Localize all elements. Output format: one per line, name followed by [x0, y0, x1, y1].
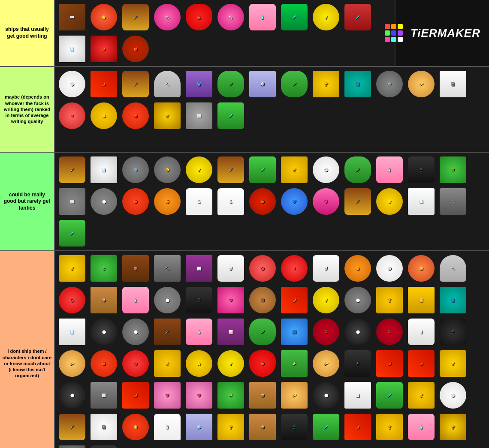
list-item[interactable]: 🧪 — [374, 380, 405, 411]
list-item[interactable]: 😐 — [152, 154, 183, 185]
list-item[interactable]: 🧴 — [406, 412, 437, 442]
list-item[interactable]: ⬜ — [57, 443, 88, 448]
list-item[interactable]: 🐻 — [247, 285, 278, 316]
list-item[interactable]: 📄 — [57, 33, 88, 64]
list-item[interactable]: 💡 — [311, 285, 341, 316]
list-item[interactable]: 🏆 — [57, 253, 88, 284]
list-item[interactable]: 🔧 — [438, 186, 468, 217]
list-item[interactable]: 🧊 — [184, 412, 214, 442]
list-item[interactable]: ⚾ — [438, 380, 468, 411]
list-item[interactable]: 📄 — [88, 154, 119, 185]
list-item[interactable]: 🍒 — [374, 316, 405, 347]
list-item[interactable]: 🚽 — [215, 253, 246, 284]
list-item[interactable]: ⬤ — [342, 285, 373, 316]
list-item[interactable]: 🌶️ — [88, 69, 119, 99]
list-item[interactable]: 📦 — [88, 285, 119, 316]
list-item[interactable]: 🏆 — [374, 285, 405, 316]
list-item[interactable]: 🍅 — [120, 100, 151, 131]
list-item[interactable]: 🧪 — [342, 2, 373, 33]
list-item[interactable]: 🔨 — [152, 253, 183, 284]
list-item[interactable]: 🍎 — [247, 186, 278, 217]
list-item[interactable]: ⭐ — [374, 186, 405, 217]
list-item[interactable]: 📓 — [88, 412, 119, 442]
list-item[interactable]: 🌮 — [279, 380, 310, 411]
list-item[interactable]: 🍎 — [88, 348, 119, 379]
list-item[interactable]: 🥒 — [215, 69, 246, 99]
list-item[interactable]: 🍀 — [438, 154, 468, 185]
list-item[interactable]: 🏆 — [311, 69, 341, 99]
list-item[interactable]: 🧪 — [57, 218, 88, 249]
list-item[interactable]: 📒 — [406, 285, 437, 316]
list-item[interactable]: 🥒 — [279, 69, 310, 99]
list-item[interactable]: 🌶️ — [279, 285, 310, 316]
list-item[interactable]: 🌶️ — [374, 348, 405, 379]
list-item[interactable]: 📱 — [184, 285, 214, 316]
list-item[interactable]: 💗 — [184, 380, 214, 411]
list-item[interactable]: 🖌️ — [57, 154, 88, 185]
list-item[interactable]: 🏆 — [438, 348, 468, 379]
list-item[interactable]: 🧊 — [247, 69, 278, 99]
list-item[interactable]: 📄 — [406, 186, 437, 217]
list-item[interactable]: 🥄 — [152, 69, 183, 99]
list-item[interactable]: 📖 — [57, 2, 88, 33]
list-item[interactable]: 📦 — [247, 380, 278, 411]
list-item[interactable]: 🍃 — [88, 253, 119, 284]
list-item[interactable]: 💡 — [184, 154, 214, 185]
list-item[interactable]: ⭕ — [247, 253, 278, 284]
list-item[interactable]: 💡 — [311, 2, 341, 33]
list-item[interactable]: 🧂 — [152, 412, 183, 442]
list-item[interactable]: 🥒 — [342, 154, 373, 185]
list-item[interactable]: 🍎 — [184, 2, 214, 33]
list-item[interactable]: 📄 — [57, 316, 88, 347]
list-item[interactable]: 🌮 — [406, 69, 437, 99]
list-item[interactable]: 😊 — [406, 253, 437, 284]
list-item[interactable]: 🧴 — [247, 2, 278, 33]
list-item[interactable]: 🟠 — [342, 253, 373, 284]
list-item[interactable]: 🪣 — [184, 69, 214, 99]
list-item[interactable]: 📘 — [342, 69, 373, 99]
list-item[interactable]: 🖌️ — [57, 412, 88, 442]
list-item[interactable]: 🥒 — [247, 316, 278, 347]
list-item[interactable]: ⬤ — [342, 316, 373, 347]
list-item[interactable]: 🎈 — [57, 100, 88, 131]
list-item[interactable]: 🖌️ — [120, 2, 151, 33]
list-item[interactable]: 🏆 — [438, 412, 468, 442]
list-item[interactable]: 🌮 — [311, 348, 341, 379]
list-item[interactable]: 🧂 — [184, 186, 214, 217]
list-item[interactable]: 🧪 — [279, 2, 310, 33]
list-item[interactable]: 🍒 — [311, 316, 341, 347]
list-item[interactable]: ⚾ — [57, 69, 88, 99]
list-item[interactable]: 🌶️ — [120, 380, 151, 411]
list-item[interactable]: 🪙 — [88, 100, 119, 131]
list-item[interactable]: 💗 — [152, 380, 183, 411]
list-item[interactable]: 🍬 — [215, 2, 246, 33]
list-item[interactable]: 📱 — [88, 443, 119, 448]
list-item[interactable]: 🍬 — [152, 2, 183, 33]
list-item[interactable]: 🧴 — [184, 316, 214, 347]
list-item[interactable]: 📦 — [247, 412, 278, 442]
list-item[interactable]: ⬤ — [88, 186, 119, 217]
list-item[interactable]: 🟦 — [279, 316, 310, 347]
list-item[interactable]: 📱 — [279, 412, 310, 442]
list-item[interactable]: 🧪 — [215, 100, 246, 131]
list-item[interactable]: 🧴 — [374, 154, 405, 185]
list-item[interactable]: ⭕ — [57, 285, 88, 316]
list-item[interactable]: 🍀 — [215, 380, 246, 411]
list-item[interactable]: 🏆 — [406, 380, 437, 411]
list-item[interactable]: 📱 — [406, 154, 437, 185]
list-item[interactable]: ⬤ — [57, 380, 88, 411]
list-item[interactable]: ⬜ — [57, 186, 88, 217]
list-item[interactable]: 😊 — [88, 2, 119, 33]
list-item[interactable]: ⬤ — [120, 316, 151, 347]
list-item[interactable]: 🖌️ — [342, 186, 373, 217]
list-item[interactable]: 🧂 — [215, 186, 246, 217]
list-item[interactable]: ⬜ — [184, 100, 214, 131]
list-item[interactable]: 🏆 — [215, 412, 246, 442]
list-item[interactable]: 📓 — [438, 69, 468, 99]
list-item[interactable]: 🍎 — [120, 33, 151, 64]
list-item[interactable]: ⭕ — [120, 348, 151, 379]
list-item[interactable]: 📊 — [184, 253, 214, 284]
list-item[interactable]: 🌶️ — [342, 412, 373, 442]
list-item[interactable]: 📱 — [342, 348, 373, 379]
list-item[interactable]: ⚙️ — [120, 154, 151, 185]
